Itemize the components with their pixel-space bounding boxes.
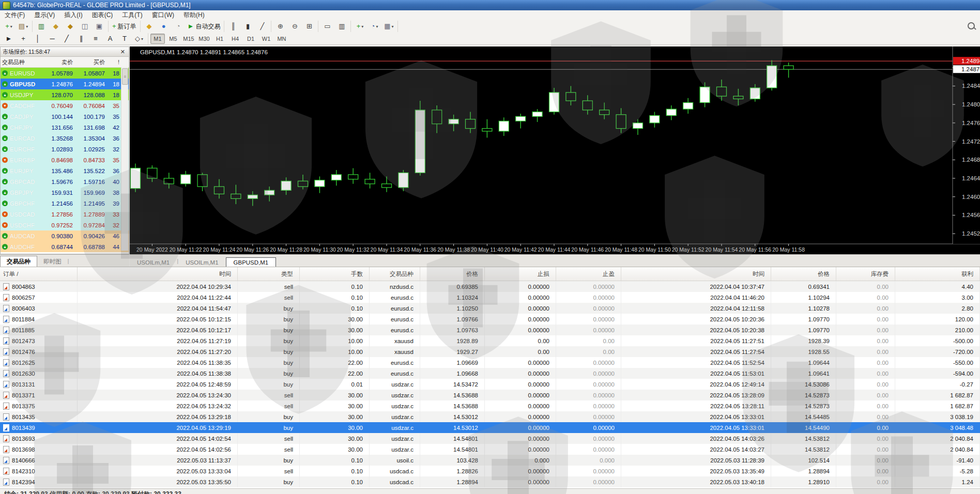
market-watch-row-audcad[interactable]: ▲AUDCAD0.903800.9042646 [1,230,129,241]
menu-item-6[interactable]: 帮助(H) [179,11,209,20]
order-row-8012476[interactable]: 80124762022.04.05 11:27:20buy10.00xauusd… [0,346,980,357]
timeframe-h4-button[interactable]: H4 [228,34,242,44]
tab-symbols[interactable]: 交易品种 [0,256,37,267]
navigator-button[interactable]: ◆ [49,21,63,32]
market-watch-row-gbpcad[interactable]: ▲GBPCAD1.596761.5971640 [1,176,129,187]
order-row-8012630[interactable]: 80126302022.04.05 11:38:38buy22.00eurusd… [0,368,980,379]
market-watch-row-usdchf[interactable]: ▼USDCHF0.972520.9728432 [1,220,129,230]
menu-item-3[interactable]: 图表(C) [87,11,118,20]
market-watch-row-eurjpy[interactable]: ▲EURJPY135.486135.52236 [1,165,129,176]
order-row-8013131[interactable]: 80131312022.04.05 12:48:59buy0.01usdzar.… [0,379,980,390]
timeframe-m15-button[interactable]: M15 [181,34,196,44]
candlestick-chart-button[interactable]: ▮ [241,21,254,32]
orders-column-10[interactable]: 库存费 [836,267,895,281]
autotrading-button[interactable]: ►自动交易 [186,21,222,32]
strategy-tester-button[interactable]: ▣ [93,21,106,32]
order-row-8013371[interactable]: 80133712022.04.05 13:24:30sell30.00usdza… [0,390,980,400]
indicator-window-button[interactable]: ▭ [320,21,334,32]
order-row-8011884[interactable]: 80118842022.04.05 10:12:15buy30.00eurusd… [0,314,980,325]
orders-column-11[interactable]: 获利 [895,267,980,281]
tab-tick-chart[interactable]: 即时图 [37,256,68,267]
market-watch-row-audchf[interactable]: ▲AUDCHF0.687440.6878844 [1,241,129,252]
orders-column-9[interactable]: 价格 [771,267,836,281]
orders-column-4[interactable]: 交易品种 [370,267,420,281]
timeframe-w1-button[interactable]: W1 [259,34,273,44]
orders-column-1[interactable]: 时间 [78,267,238,281]
menu-item-1[interactable]: 显示(V) [29,11,59,20]
market-watch-row-cadchf[interactable]: ▼CADCHF0.760490.7608435 [1,100,129,111]
timeframe-m5-button[interactable]: M5 [166,34,180,44]
order-row-8012625[interactable]: 80126252022.04.05 11:38:35buy22.00eurusd… [0,357,980,368]
market-watch-row-chfjpy[interactable]: ▲CHFJPY131.656131.69842 [1,122,129,133]
column-symbol[interactable]: 交易品种 [1,58,50,66]
order-row-8142310[interactable]: 81423102022.05.03 13:33:04sell0.10usdcad… [0,466,980,476]
zoom-in-button[interactable]: ⊕ [273,21,287,32]
new-order-button[interactable]: +新订单 [111,21,138,32]
menu-item-4[interactable]: 工具(T) [117,11,147,20]
order-row-8012473[interactable]: 80124732022.04.05 11:27:19buy10.00xauusd… [0,335,980,346]
market-watch-row-usdjpy[interactable]: ▲USDJPY128.070128.08818 [1,89,129,100]
column-bid[interactable]: 卖价 [50,58,73,66]
orders-column-6[interactable]: 止损 [485,267,556,281]
vertical-line-button[interactable]: │ [31,33,44,44]
cursor-button[interactable]: ► [2,33,16,44]
market-watch-row-eurchf[interactable]: ▲EURCHF1.028931.0292532 [1,144,129,155]
chart-tab-1[interactable]: USOILm,M1 [178,258,225,267]
order-row-8006257[interactable]: 80062572022.04.04 11:22:44sell0.10eurusd… [0,292,980,303]
shapes-button[interactable]: ◇▾ [132,33,146,44]
menu-item-2[interactable]: 插入(I) [59,11,87,20]
menu-item-5[interactable]: 窗口(W) [147,11,179,20]
market-watch-row-eurcad[interactable]: ▲EURCAD1.352681.3530436 [1,133,129,144]
text-button[interactable]: A [103,33,117,44]
column-spread[interactable]: ! [105,59,121,65]
market-watch-button[interactable]: ▥ [35,21,48,32]
order-row-8004863[interactable]: 80048632022.04.04 10:29:34sell0.10nzdusd… [0,281,980,292]
text-label-button[interactable]: T [118,33,131,44]
market-watch-scrollbar[interactable]: ≡ [121,67,128,251]
orders-column-8[interactable]: 时间 [621,267,771,281]
market-watch-row-eurusd[interactable]: ▲EURUSD1.057891.0580718 [1,68,129,79]
orders-column-0[interactable]: 订单 / [0,267,78,281]
data-window-button[interactable]: ◫ [78,21,91,32]
chart-panel[interactable]: GBPUSD,M1 1.24870 1.24891 1.24865 1.2487… [130,47,980,254]
timeframe-mn-button[interactable]: MN [274,34,289,44]
orders-column-2[interactable]: 类型 [238,267,300,281]
order-row-8006403[interactable]: 80064032022.04.04 11:54:47buy0.10eurusd.… [0,303,980,314]
history-center-button[interactable]: ◆ [64,21,77,32]
crosshair-button[interactable]: + [17,33,30,44]
order-row-8013435[interactable]: 80134352022.04.05 13:29:18buy30.00usdzar… [0,411,980,422]
column-ask[interactable]: 买价 [73,58,105,66]
order-row-8013375[interactable]: 80133752022.04.05 13:24:32sell30.00usdza… [0,400,980,411]
bar-chart-button[interactable]: ║ [226,21,240,32]
metaeditor-button[interactable]: ◆ [143,21,156,32]
templates-button[interactable]: ▦▾ [382,21,395,32]
equidistant-channel-button[interactable]: ∥ [74,33,88,44]
menu-item-0[interactable]: 文件(F) [0,11,29,20]
close-icon[interactable]: ✕ [119,49,127,55]
market-watch-row-cadjpy[interactable]: ▲CADJPY100.144100.17935 [1,111,129,122]
period-separators-button[interactable]: ▥ [335,21,348,32]
timeframe-m1-button[interactable]: M1 [150,34,165,44]
order-row-8140666[interactable]: 81406662022.05.03 11:13:37buy0.10usoil.c… [0,455,980,466]
order-row-8013698[interactable]: 80136982022.04.05 14:02:56sell30.00usdza… [0,444,980,455]
indicators-button[interactable]: +▾ [353,21,366,32]
market-watch-row-gbpusd[interactable]: ▲GBPUSD1.248761.2489418 [1,79,129,89]
market-watch-row-usdcad[interactable]: ▼USDCAD1.278561.2788933 [1,209,129,220]
candlestick-chart[interactable]: 20 May 202220 May 11:2220 May 11:2420 Ma… [130,47,980,254]
tile-windows-button[interactable]: ⊞ [302,21,316,32]
zoom-out-button[interactable]: ⊖ [288,21,301,32]
order-row-8142394[interactable]: 81423942022.05.03 13:35:50buy0.10usdcad.… [0,476,980,487]
line-chart-button[interactable]: ╱ [255,21,269,32]
orders-column-7[interactable]: 止盈 [556,267,621,281]
orders-column-3[interactable]: 手数 [300,267,370,281]
timeframe-d1-button[interactable]: D1 [243,34,258,44]
search-icon[interactable] [968,22,975,29]
community-button[interactable]: ● [157,21,171,32]
timeframe-m30-button[interactable]: M30 [197,34,211,44]
chart-tab-0[interactable]: USOILm,M1 [130,258,177,267]
orders-column-5[interactable]: 价格 [420,267,485,281]
profiles-button[interactable]: ▤▾ [17,21,30,32]
fibonacci-button[interactable]: ≡ [89,33,102,44]
market-watch-row-eurgbp[interactable]: ▼EURGBP0.846980.8473335 [1,155,129,165]
trendline-button[interactable]: ╱ [60,33,73,44]
